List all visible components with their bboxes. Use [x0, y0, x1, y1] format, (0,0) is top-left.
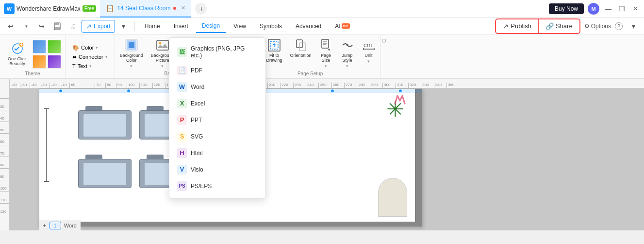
undo-dropdown[interactable]: ▾ — [19, 19, 33, 33]
v-mark: 100 — [0, 180, 9, 192]
desk-surface-4[interactable] — [78, 159, 132, 188]
connector-dropdown-button[interactable]: ⬌ Connector ▾ — [68, 53, 112, 61]
color-dropdown-button[interactable]: 🎨 Color ▾ — [68, 44, 112, 52]
handle-right[interactable] — [398, 89, 402, 93]
one-click-buttons: One ClickBeautify — [4, 37, 61, 71]
h-mark: 350 — [446, 83, 459, 88]
text-dropdown-button[interactable]: T Text ▾ — [68, 62, 112, 70]
v-mark: 60 — [0, 133, 9, 145]
share-button[interactable]: 🔗 Share — [539, 19, 579, 33]
hot-badge: hot — [342, 23, 350, 29]
tab-view[interactable]: View — [228, 19, 252, 33]
h-mark: 270 — [344, 83, 357, 88]
export-svg-label: SVG — [191, 133, 203, 140]
connector-label: Connector — [79, 54, 103, 60]
export-ppt-item[interactable]: P PPT — [169, 112, 265, 128]
export-pdf-label: PDF — [191, 67, 202, 74]
theme-section-label: Theme — [25, 71, 40, 76]
jump-style-button[interactable]: JumpStyle ▾ — [338, 37, 357, 70]
h-mark: 110 — [139, 83, 152, 88]
ruler-vertical: 30 40 50 60 70 80 90 100 110 120 — [0, 79, 10, 230]
export-png-item[interactable]: 🖼 Graphics (PNG, JPG etc.) — [169, 42, 265, 62]
h-mark: 260 — [331, 83, 344, 88]
v-mark: 50 — [0, 122, 9, 133]
print-button[interactable]: 🖨 — [66, 19, 80, 33]
user-avatar[interactable]: M — [588, 3, 599, 15]
document-tab[interactable]: 📋 14 Seat Class Room ✕ — [100, 0, 191, 17]
h-mark: 220 — [280, 83, 293, 88]
more-options-button[interactable]: ▾ — [117, 19, 131, 33]
theme-row-2 — [33, 55, 61, 69]
desk-unit-4 — [78, 152, 132, 189]
one-click-beautify-button[interactable]: One ClickBeautify — [4, 40, 31, 68]
v-mark: 80 — [0, 157, 9, 168]
tab-symbols[interactable]: Symbols — [254, 19, 288, 33]
fit-to-drawing-label: Fit toDrawing — [266, 53, 282, 63]
redo-button[interactable]: ↪ — [35, 19, 49, 33]
theme-preview-4[interactable] — [48, 55, 61, 69]
tab-ai[interactable]: AI hot — [329, 19, 355, 33]
h-mark: 120 — [152, 83, 165, 88]
theme-row-1 — [33, 40, 61, 53]
svg-rect-1 — [55, 23, 59, 25]
publish-button[interactable]: ↗ Publish — [496, 19, 539, 33]
page-size-chevron: ▾ — [325, 64, 327, 69]
color-chevron-icon: ▾ — [96, 45, 98, 50]
add-page-button[interactable]: + — [43, 222, 47, 229]
theme-preview-2[interactable] — [48, 40, 61, 53]
svg-text:cm: cm — [363, 41, 372, 49]
h-mark: 100 — [127, 83, 139, 88]
options-button[interactable]: ⚙ Options — [584, 23, 611, 30]
svg-point-9 — [159, 42, 161, 45]
ribbon-collapse-button[interactable]: ▾ — [627, 19, 640, 33]
export-button[interactable]: ↗ Export — [82, 20, 115, 33]
collapse-icon[interactable]: ⬡ — [382, 38, 386, 43]
visio-icon: V — [177, 165, 187, 174]
export-html-item[interactable]: H Html — [169, 145, 265, 161]
tab-insert[interactable]: Insert — [168, 19, 194, 33]
h-mark: -60 — [10, 83, 20, 88]
tab-home[interactable]: Home — [139, 19, 166, 33]
new-tab-button[interactable]: + — [195, 3, 207, 15]
maximize-button[interactable]: ❐ — [617, 4, 627, 14]
orientation-button[interactable]: Orientation — [287, 37, 314, 59]
minimize-button[interactable]: — — [603, 4, 613, 14]
page-size-label: PageSize — [321, 53, 331, 63]
export-visio-item[interactable]: V Visio — [169, 161, 265, 178]
export-pdf-item[interactable]: 📄 PDF — [169, 62, 265, 79]
tab-design[interactable]: Design — [196, 19, 226, 33]
page-tab-1[interactable]: 1 — [50, 222, 61, 229]
page-size-button[interactable]: ▾ PageSize ▾ — [316, 37, 336, 70]
help-button[interactable]: ? — [615, 22, 623, 30]
document-tab-label: 14 Seat Class Room — [117, 5, 170, 12]
close-button[interactable]: ✕ — [630, 4, 640, 14]
h-mark: 240 — [306, 83, 318, 88]
room-wall-bottom — [39, 222, 422, 227]
title-bar: W Wondershare EdrawMax Free 📋 14 Seat Cl… — [0, 0, 644, 17]
desk-top-area-4 — [83, 163, 126, 185]
desk-surface-1[interactable] — [78, 110, 132, 139]
svg-point-26 — [347, 44, 348, 46]
export-wrapper: ↗ Export 🖼 Graphics (PNG, JPG etc.) 📄 PD… — [82, 20, 115, 33]
handle-left[interactable] — [59, 89, 63, 93]
word-tab[interactable]: Word — [64, 223, 77, 228]
theme-preview-3[interactable] — [33, 55, 46, 69]
export-word-item[interactable]: W Word — [169, 79, 265, 95]
save-button[interactable] — [50, 19, 64, 33]
undo-button[interactable]: ↩ — [4, 19, 17, 33]
theme-preview-1[interactable] — [33, 40, 46, 53]
top-right-actions: ↗ Publish 🔗 Share ⚙ Options ? ▾ — [495, 18, 640, 34]
export-svg-item[interactable]: S SVG — [169, 128, 265, 145]
unit-button[interactable]: cm Unit ▾ — [359, 37, 379, 65]
tab-advanced[interactable]: Advanced — [290, 19, 327, 33]
handle-mid1[interactable] — [127, 89, 131, 93]
buy-now-button[interactable]: Buy Now — [549, 3, 584, 14]
h-mark: 310 — [396, 83, 408, 88]
v-marks: 30 40 50 60 70 80 90 100 110 120 — [0, 98, 9, 215]
v-mark: 120 — [0, 203, 9, 215]
export-excel-item[interactable]: X Excel — [169, 95, 265, 112]
export-eps-item[interactable]: PS PS/EPS — [169, 178, 265, 194]
background-color-button[interactable]: BackgroundColor ▾ — [117, 37, 146, 70]
handle-mid4[interactable] — [330, 89, 334, 93]
fit-to-drawing-button[interactable]: Fit toDrawing — [264, 37, 285, 64]
